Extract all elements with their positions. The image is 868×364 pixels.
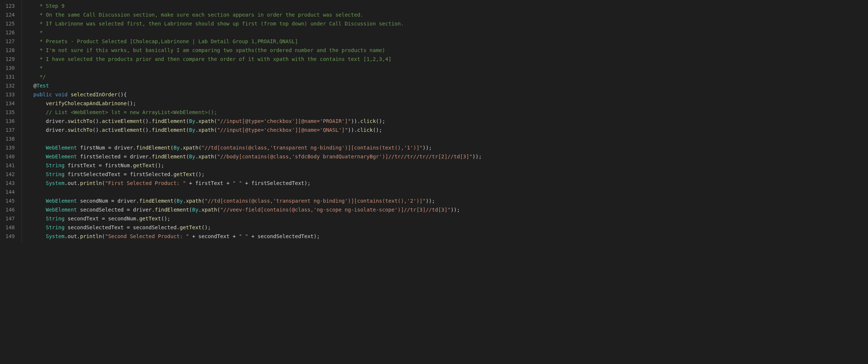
code-token: ( [189,207,192,213]
code-token: ( [102,180,105,186]
code-line[interactable]: public void selectedInOrder(){ [24,90,868,99]
code-token [124,207,127,213]
code-token: = [99,162,102,168]
code-line[interactable]: driver.switchTo().activeElement().findEl… [24,117,868,126]
code-token [105,216,108,222]
code-token [65,171,68,177]
code-line[interactable]: * [24,63,868,72]
code-line[interactable]: * If Labrinone was selected first, then … [24,19,868,28]
code-line[interactable]: // List <WebElement> lst = new ArrayList… [24,108,868,117]
code-token: = [108,145,111,151]
line-number[interactable]: 149 [4,232,15,241]
code-line[interactable]: * Presets - Product Selected [Cholecap,L… [24,37,868,46]
code-token [108,198,111,204]
code-line[interactable]: */ [24,72,868,81]
line-number[interactable]: 137 [4,126,15,134]
code-token: . [148,154,151,159]
line-number[interactable]: 147 [4,214,15,223]
line-number[interactable]: 129 [4,55,15,63]
code-token [77,154,80,159]
code-token [77,207,80,213]
code-token: By [189,154,195,159]
code-editor[interactable]: 1231241251261271281291301311321331341351… [0,0,868,242]
line-number[interactable]: 144 [4,188,15,196]
code-token: = [102,216,105,222]
code-token: void [55,92,68,97]
line-number[interactable]: 139 [4,143,15,152]
code-line[interactable]: driver.switchTo().activeElement().findEl… [24,126,868,134]
line-number[interactable]: 131 [4,72,15,81]
code-line[interactable]: System.out.println("Second Selected Prod… [24,232,868,241]
code-line[interactable]: * I have selected the products prior and… [24,55,868,63]
code-token: WebElement [46,198,77,204]
code-line[interactable]: * I'm not sure if this works, but basica… [24,46,868,55]
code-token: By [189,118,195,124]
line-number[interactable]: 130 [4,63,15,72]
code-line[interactable]: System.out.println("First Selected Produ… [24,179,868,188]
code-token: = [127,224,130,230]
line-number[interactable]: 148 [4,223,15,232]
line-number[interactable]: 146 [4,205,15,214]
code-line[interactable]: String secondSelectedText = secondSelect… [24,223,868,232]
code-token: secondSelected [80,207,124,213]
line-number[interactable]: 125 [4,19,15,28]
code-token: // List <WebElement> lst = new ArrayList… [46,109,217,115]
code-line[interactable]: WebElement secondSelected = driver.findE… [24,205,868,214]
code-line[interactable]: String secondText = secondNum.getText(); [24,214,868,223]
code-token: ( [214,154,217,159]
line-number[interactable]: 143 [4,179,15,188]
code-token: )). [348,127,357,133]
code-token: ); [314,233,320,239]
code-line[interactable]: * [24,28,868,37]
line-number[interactable]: 126 [4,28,15,37]
code-token: firstText [195,180,223,186]
line-number[interactable]: 127 [4,37,15,46]
line-number[interactable]: 141 [4,161,15,170]
line-number[interactable]: 123 [4,1,15,10]
line-number[interactable]: 136 [4,117,15,126]
code-line[interactable] [24,188,868,196]
line-number[interactable]: 134 [4,99,15,108]
code-token: = [124,154,127,159]
code-token: * [37,65,43,71]
line-number[interactable]: 140 [4,152,15,161]
code-token: . [198,207,201,213]
code-token: + [245,180,248,186]
code-token: driver [46,127,65,133]
code-token: getText [174,171,195,177]
code-token: firstSelectedText [251,180,304,186]
code-area[interactable]: * Step 9 * On the same Call Discussion s… [21,0,868,242]
line-number[interactable]: 133 [4,90,15,99]
code-token: )); [451,207,460,213]
code-token [77,145,80,151]
code-token [120,154,123,159]
line-number[interactable]: 145 [4,196,15,205]
code-line[interactable]: WebElement firstNum = driver.findElement… [24,143,868,152]
code-token: ( [214,127,217,133]
code-token: + [192,233,195,239]
line-number[interactable]: 132 [4,81,15,90]
line-number[interactable]: 124 [4,10,15,19]
code-line[interactable]: * Step 9 [24,1,868,10]
code-token: secondSelected [133,224,177,230]
code-token: getText [180,224,202,230]
code-line[interactable]: WebElement secondNum = driver.findElemen… [24,196,868,205]
code-token: . [77,233,80,239]
line-number[interactable]: 138 [4,134,15,143]
code-token: secondNum [80,198,108,204]
code-token: selectedInOrder [71,92,117,97]
code-line[interactable]: String firstSelectedText = firstSelected… [24,170,868,179]
code-token: . [136,216,139,222]
code-line[interactable]: WebElement firstSelected = driver.findEl… [24,152,868,161]
line-number[interactable]: 135 [4,108,15,117]
code-token: . [65,127,68,133]
code-line[interactable]: * On the same Call Discussion section, m… [24,10,868,19]
line-number-gutter[interactable]: 1231241251261271281291301311321331341351… [0,0,21,242]
code-line[interactable]: @Test [24,81,868,90]
code-line[interactable]: String firstText = firstNum.getText(); [24,161,868,170]
code-token: println [80,180,102,186]
line-number[interactable]: 142 [4,170,15,179]
code-line[interactable]: verifyCholecapAndLabrinone(); [24,99,868,108]
code-line[interactable] [24,134,868,143]
line-number[interactable]: 128 [4,46,15,55]
